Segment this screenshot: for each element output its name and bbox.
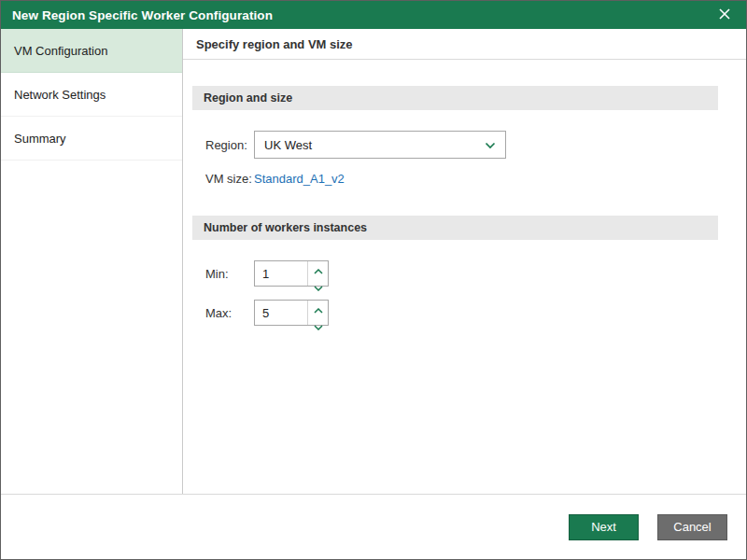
section-header-workers: Number of workers instances — [192, 216, 718, 240]
content-panel: Specify region and VM size Region and si… — [183, 29, 746, 494]
max-spin-down-button[interactable] — [308, 317, 328, 334]
min-input[interactable] — [255, 261, 307, 286]
region-dropdown-value: UK West — [264, 138, 485, 152]
section-header-region-and-size: Region and size — [192, 86, 718, 110]
min-spinner — [254, 260, 329, 287]
min-label: Min: — [205, 267, 254, 281]
sidebar: VM Configuration Network Settings Summar… — [1, 29, 183, 494]
region-row: Region: UK West — [205, 131, 718, 159]
main-area: VM Configuration Network Settings Summar… — [1, 29, 746, 494]
min-row: Min: — [205, 260, 718, 287]
vm-size-label: VM size: — [205, 172, 254, 186]
sidebar-item-summary[interactable]: Summary — [1, 117, 182, 161]
vm-size-row: VM size: Standard_A1_v2 — [205, 172, 718, 186]
max-row: Max: — [205, 300, 718, 326]
chevron-down-icon — [314, 317, 323, 334]
max-input[interactable] — [255, 301, 307, 325]
chevron-down-icon — [314, 278, 323, 295]
sidebar-item-network-settings[interactable]: Network Settings — [1, 73, 182, 117]
sidebar-item-label: Network Settings — [14, 88, 106, 102]
min-spin-buttons — [307, 261, 328, 286]
region-label: Region: — [205, 138, 254, 152]
dialog-window: New Region Specific Worker Configuration… — [0, 0, 747, 560]
chevron-up-icon — [314, 301, 323, 317]
min-spin-down-button[interactable] — [308, 278, 328, 295]
cancel-button[interactable]: Cancel — [657, 514, 727, 540]
vm-size-link[interactable]: Standard_A1_v2 — [254, 172, 345, 186]
max-spin-up-button[interactable] — [308, 301, 328, 317]
page-title: Specify region and VM size — [183, 29, 746, 60]
next-button[interactable]: Next — [569, 514, 639, 540]
close-button[interactable] — [712, 3, 737, 27]
min-spin-up-button[interactable] — [308, 261, 328, 278]
dialog-title: New Region Specific Worker Configuration — [12, 8, 712, 22]
sidebar-item-vm-configuration[interactable]: VM Configuration — [1, 29, 182, 73]
sidebar-item-label: Summary — [14, 132, 66, 146]
max-spin-buttons — [307, 301, 328, 325]
title-bar: New Region Specific Worker Configuration — [1, 1, 746, 29]
footer: Next Cancel — [1, 494, 746, 559]
max-spinner — [254, 300, 329, 326]
max-label: Max: — [205, 306, 254, 320]
close-icon — [719, 7, 730, 23]
region-dropdown[interactable]: UK West — [254, 131, 506, 159]
content-body: Region and size Region: UK West VM size: — [183, 60, 746, 326]
chevron-down-icon — [485, 136, 496, 153]
sidebar-item-label: VM Configuration — [14, 44, 107, 58]
chevron-up-icon — [314, 261, 323, 278]
